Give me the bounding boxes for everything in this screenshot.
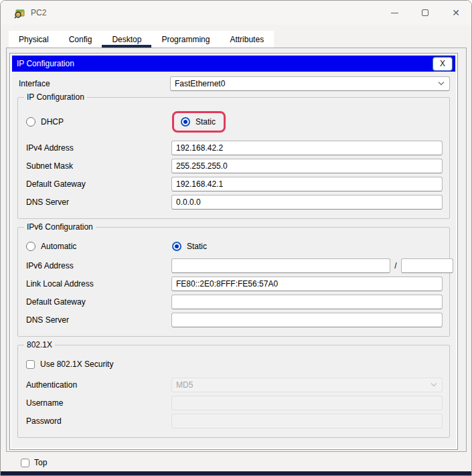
dhcp-radio-icon[interactable] (26, 117, 35, 127)
dot1x-security-checkbox[interactable] (26, 360, 35, 369)
bottom-edge-bar (1, 471, 471, 475)
close-icon: ✕ (452, 8, 460, 17)
default-gateway-input[interactable] (171, 177, 443, 191)
close-button[interactable]: ✕ (441, 1, 471, 25)
username-input (171, 396, 443, 410)
authentication-row: Authentication MD5 (26, 378, 443, 392)
chevron-down-icon (430, 382, 438, 388)
ipv4-mode-row: DHCP Static (26, 108, 443, 135)
dhcp-radio-option[interactable]: DHCP (26, 117, 172, 127)
dialog-header[interactable]: IP Configuration X (12, 56, 455, 72)
automatic-radio-icon[interactable] (26, 242, 35, 251)
dns-server-input[interactable] (171, 195, 443, 210)
subnet-mask-input[interactable] (171, 159, 443, 173)
subnet-mask-row: Subnet Mask (26, 159, 443, 173)
ipv6-static-radio-option[interactable]: Static (172, 242, 207, 251)
tab-physical[interactable]: Physical (9, 31, 59, 48)
minimize-button[interactable] (379, 1, 410, 25)
maximize-button[interactable] (410, 1, 441, 25)
interface-label: Interface (19, 79, 170, 88)
device-window: PC2 ✕ Physical Config Desktop Programmin… (0, 0, 472, 476)
top-checkbox[interactable] (21, 459, 29, 467)
ipv6-address-label: IPv6 Address (26, 261, 171, 270)
ipv6-dns-server-input[interactable] (171, 313, 443, 327)
prefix-separator: / (390, 261, 401, 270)
tab-attributes[interactable]: Attributes (220, 31, 274, 48)
dot1x-security-label: Use 802.1X Security (40, 360, 113, 369)
tab-desktop[interactable]: Desktop (102, 31, 151, 48)
maximize-icon (422, 9, 428, 16)
dot1x-security-row: Use 802.1X Security (26, 356, 443, 372)
ipv4-address-label: IPv4 Address (26, 143, 171, 153)
dialog-close-button[interactable]: X (432, 57, 453, 71)
username-row: Username (26, 396, 443, 410)
top-toggle[interactable]: Top (21, 458, 47, 467)
ipv6-mode-row: Automatic Static (26, 238, 443, 254)
ipv6-address-input[interactable] (171, 258, 390, 273)
dot1x-group-legend: 802.1X (24, 340, 55, 349)
titlebar: PC2 ✕ (1, 1, 471, 25)
ipv6-dns-server-label: DNS Server (26, 315, 171, 325)
ipv6-default-gateway-row: Default Gateway (26, 295, 443, 309)
dns-server-row: DNS Server (26, 195, 443, 210)
password-label: Password (26, 416, 171, 426)
password-row: Password (26, 414, 443, 428)
window-controls: ✕ (379, 1, 471, 25)
ipv4-group-legend: IP Configuration (24, 92, 87, 102)
username-label: Username (26, 398, 171, 408)
subnet-mask-label: Subnet Mask (26, 161, 171, 171)
authentication-select: MD5 (171, 378, 443, 392)
ipv6-configuration-group: IPv6 Configuration Automatic Static IPv6… (17, 227, 450, 337)
tab-bar: Physical Config Desktop Programming Attr… (9, 31, 274, 48)
ipv6-prefix-input[interactable] (401, 258, 453, 273)
chevron-down-icon (437, 81, 445, 86)
dialog-title: IP Configuration (17, 59, 74, 68)
static-highlight-annotation: Static (172, 111, 226, 133)
automatic-radio-option[interactable]: Automatic (26, 242, 172, 251)
ipv4-address-input[interactable] (171, 141, 443, 155)
tab-programming[interactable]: Programming (151, 31, 220, 48)
link-local-address-input[interactable] (171, 276, 443, 291)
ipv6-group-legend: IPv6 Configuration (24, 222, 96, 232)
default-gateway-label: Default Gateway (26, 179, 171, 189)
link-local-address-label: Link Local Address (26, 279, 171, 289)
window-title: PC2 (31, 8, 46, 17)
ipv4-configuration-group: IP Configuration DHCP Static IPv4 Add (17, 97, 450, 219)
ipv6-address-row: IPv6 Address / (26, 258, 443, 273)
minimize-icon (391, 13, 398, 13)
interface-row: Interface FastEthernet0 (19, 76, 450, 91)
interface-select[interactable]: FastEthernet0 (170, 76, 450, 91)
tab-config[interactable]: Config (59, 31, 102, 48)
ipv6-dns-server-row: DNS Server (26, 313, 443, 327)
default-gateway-row: Default Gateway (26, 177, 443, 191)
static-radio-option[interactable]: Static (181, 117, 216, 127)
ipv6-default-gateway-input[interactable] (171, 295, 443, 309)
ipv6-static-radio-icon[interactable] (172, 242, 181, 251)
static-radio-icon[interactable] (181, 117, 190, 127)
dns-server-label: DNS Server (26, 197, 171, 207)
dot1x-group: 802.1X Use 802.1X Security Authenticatio… (17, 345, 450, 438)
top-label: Top (34, 458, 47, 467)
ipv6-default-gateway-label: Default Gateway (26, 297, 171, 307)
link-local-address-row: Link Local Address (26, 276, 443, 291)
password-input (171, 414, 443, 428)
tab-content-frame: IP Configuration X Interface FastEtherne… (6, 48, 467, 452)
ipv4-address-row: IPv4 Address (26, 141, 443, 155)
ip-configuration-dialog: IP Configuration X Interface FastEtherne… (9, 53, 458, 450)
authentication-label: Authentication (26, 380, 171, 390)
packet-tracer-app-icon (14, 7, 25, 19)
